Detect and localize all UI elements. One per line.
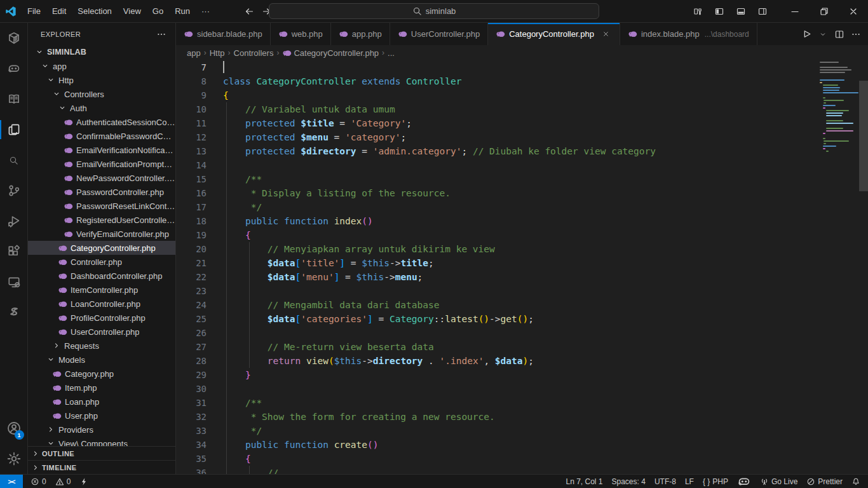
code-editor[interactable]: 78class CategoryController extends Contr…	[176, 60, 868, 474]
code-line-36[interactable]: 36 //	[176, 466, 868, 474]
tab-index.blade.php[interactable]: index.blade.php...\dashboard	[620, 23, 757, 45]
code-line-15[interactable]: 15 /**	[176, 172, 868, 186]
explorer-more-actions-button[interactable]	[155, 28, 168, 41]
menu-item-selection[interactable]: Selection	[72, 4, 117, 18]
code-line-27[interactable]: 27 // Me-return view beserta data	[176, 340, 868, 354]
code-line-11[interactable]: 11 protected $title = 'Category';	[176, 116, 868, 130]
code-line-22[interactable]: 22 $data['menu'] = $this->menu;	[176, 270, 868, 284]
tree-item-emailverificationpromptco...[interactable]: EmailVerificationPromptCo...	[28, 157, 175, 171]
tree-item-usercontroller.php[interactable]: UserController.php	[28, 325, 175, 339]
tree-item-verifyemailcontroller.php[interactable]: VerifyEmailController.php	[28, 227, 175, 241]
tab-web.php[interactable]: web.php	[271, 23, 331, 45]
tab-categorycontroller.php[interactable]: CategoryController.php	[488, 23, 620, 45]
tab-sidebar.blade.php[interactable]: sidebar.blade.php	[176, 23, 271, 45]
tree-item-dashboardcontroller.php[interactable]: DashboardController.php	[28, 269, 175, 283]
activity-copilot[interactable]	[0, 53, 28, 84]
activity-gear[interactable]	[0, 444, 28, 474]
tab-app.php[interactable]: app.php	[331, 23, 390, 45]
status-bell[interactable]	[848, 477, 864, 486]
tab-usercontroller.php[interactable]: UserController.php	[390, 23, 488, 45]
tree-item-passwordresetlinkcontrol...[interactable]: PasswordResetLinkControl...	[28, 199, 175, 213]
code-line-26[interactable]: 26	[176, 326, 868, 340]
code-line-16[interactable]: 16 * Display a listing of the resource.	[176, 186, 868, 200]
code-line-25[interactable]: 25 $data['categories'] = Category::lates…	[176, 312, 868, 326]
status-ln-7-col-1[interactable]: Ln 7, Col 1	[562, 477, 606, 486]
tree-item-controller.php[interactable]: Controller.php	[28, 255, 175, 269]
tree-item-emailverificationnotificati...[interactable]: EmailVerificationNotificati...	[28, 143, 175, 157]
status-copilot[interactable]	[733, 475, 755, 488]
breadcrumb-item[interactable]: Http	[210, 48, 225, 58]
status-utf-8[interactable]: UTF-8	[651, 477, 680, 486]
code-line-10[interactable]: 10 // Variabel untuk data umum	[176, 102, 868, 116]
search-input[interactable]: siminlab	[269, 3, 599, 19]
tree-item-profilecontroller.php[interactable]: ProfileController.php	[28, 311, 175, 325]
status-spaces-4[interactable]: Spaces: 4	[608, 477, 649, 486]
tree-item-confirmablepasswordcont...[interactable]: ConfirmablePasswordCont...	[28, 129, 175, 143]
tree-item-view-components[interactable]: View\ Components	[28, 437, 175, 446]
toggle-secondary-sidebar-button[interactable]	[754, 3, 771, 20]
breadcrumb-item[interactable]: Controllers	[234, 48, 274, 58]
tree-item-controllers[interactable]: Controllers	[28, 87, 175, 101]
toggle-primary-sidebar-button[interactable]	[710, 3, 728, 20]
close-tab-button[interactable]	[600, 29, 612, 40]
code-line-13[interactable]: 13 protected $directory = 'admin.categor…	[176, 144, 868, 158]
status-bolt[interactable]	[76, 477, 92, 486]
status-lf[interactable]: LF	[681, 477, 698, 486]
menu-item-view[interactable]: View	[118, 4, 147, 18]
code-line-18[interactable]: 18 public function index()	[176, 214, 868, 228]
menu-item-file[interactable]: File	[22, 4, 46, 18]
status-prettier[interactable]: Prettier	[803, 477, 846, 486]
tree-item-app[interactable]: app	[28, 59, 175, 73]
activity-remote[interactable]	[0, 267, 28, 297]
code-line-28[interactable]: 28 return view($this->directory . '.inde…	[176, 354, 868, 368]
customize-layout-button[interactable]	[689, 3, 707, 20]
tree-item-auth[interactable]: Auth	[28, 101, 175, 115]
tree-item-providers[interactable]: Providers	[28, 423, 175, 437]
tree-item-item.php[interactable]: Item.php	[28, 381, 175, 395]
tree-item-authenticatedsessioncont...[interactable]: AuthenticatedSessionCont...	[28, 115, 175, 129]
run-dropdown-button[interactable]	[816, 27, 830, 41]
tree-item-loan.php[interactable]: Loan.php	[28, 395, 175, 409]
close-window-button[interactable]	[839, 0, 868, 23]
menu-item-run[interactable]: Run	[169, 4, 196, 18]
status-go-live[interactable]: Go Live	[756, 477, 801, 486]
code-line-7[interactable]: 7	[176, 60, 868, 74]
code-line-19[interactable]: 19 {	[176, 228, 868, 242]
tree-item-siminlab[interactable]: SIMINLAB	[28, 45, 175, 59]
tree-item-passwordcontroller.php[interactable]: PasswordController.php	[28, 185, 175, 199]
code-line-14[interactable]: 14	[176, 158, 868, 172]
tree-item-category.php[interactable]: Category.php	[28, 367, 175, 381]
code-line-12[interactable]: 12 protected $menu = 'category';	[176, 130, 868, 144]
tree-item-registeredusercontroller....[interactable]: RegisteredUserController....	[28, 213, 175, 227]
activity-files-explorer[interactable]	[0, 114, 28, 145]
code-line-21[interactable]: 21 $data['title'] = $this->title;	[176, 256, 868, 270]
split-editor-button[interactable]	[832, 27, 846, 41]
menu-item-[interactable]: ···	[196, 4, 215, 18]
activity-debug[interactable]	[0, 206, 28, 236]
status-php[interactable]: { }PHP	[699, 477, 732, 486]
tree-item-requests[interactable]: Requests	[28, 339, 175, 353]
activity-box[interactable]	[0, 23, 28, 53]
code-line-29[interactable]: 29 }	[176, 368, 868, 382]
section-timeline[interactable]: TIMELINE	[28, 460, 175, 474]
code-line-34[interactable]: 34 public function create()	[176, 438, 868, 452]
activity-source-control[interactable]	[0, 175, 28, 206]
tree-item-itemcontroller.php[interactable]: ItemController.php	[28, 283, 175, 297]
tree-item-newpasswordcontroller.php[interactable]: NewPasswordController.php	[28, 171, 175, 185]
code-line-23[interactable]: 23	[176, 284, 868, 298]
activity-s-logo[interactable]	[0, 297, 28, 328]
activity-search[interactable]	[0, 145, 28, 175]
tree-item-categorycontroller.php[interactable]: CategoryController.php	[28, 241, 175, 255]
minimap[interactable]	[820, 62, 859, 153]
code-line-9[interactable]: 9{	[176, 88, 868, 102]
toggle-panel-button[interactable]	[732, 3, 750, 20]
activity-account[interactable]: 1	[0, 413, 28, 444]
activity-extensions[interactable]	[0, 236, 28, 267]
breadcrumb-item[interactable]: CategoryController.php	[282, 48, 379, 58]
code-line-17[interactable]: 17 */	[176, 200, 868, 214]
tree-item-loancontroller.php[interactable]: LoanController.php	[28, 297, 175, 311]
more-actions-button[interactable]	[849, 27, 863, 41]
code-line-20[interactable]: 20 // Menyiapkan array untuk dikirim ke …	[176, 242, 868, 256]
section-outline[interactable]: OUTLINE	[28, 446, 175, 460]
run-php-button[interactable]	[799, 27, 813, 41]
